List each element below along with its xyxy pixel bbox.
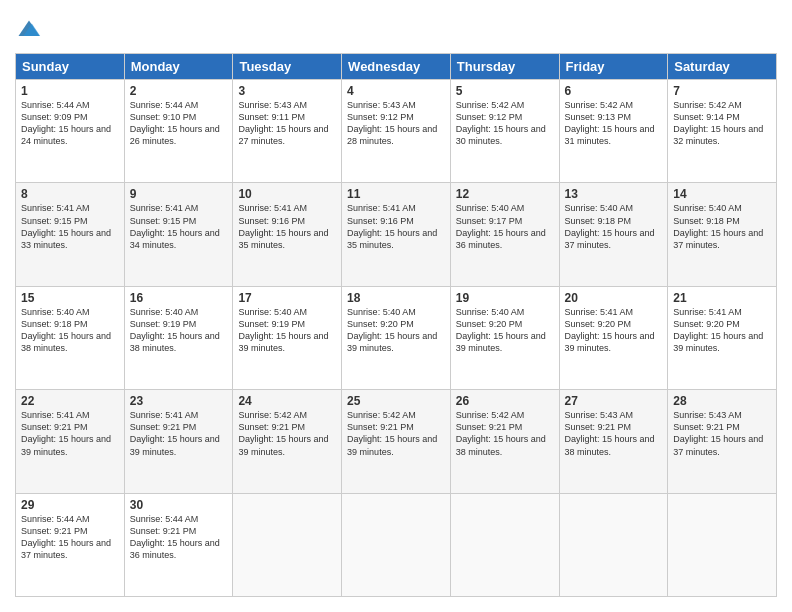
day-number: 3: [238, 84, 336, 98]
day-info: Sunrise: 5:42 AMSunset: 9:14 PMDaylight:…: [673, 100, 763, 146]
day-info: Sunrise: 5:42 AMSunset: 9:21 PMDaylight:…: [456, 410, 546, 456]
calendar-header-row: SundayMondayTuesdayWednesdayThursdayFrid…: [16, 54, 777, 80]
calendar-cell: 12 Sunrise: 5:40 AMSunset: 9:17 PMDaylig…: [450, 183, 559, 286]
calendar-cell: 11 Sunrise: 5:41 AMSunset: 9:16 PMDaylig…: [342, 183, 451, 286]
day-number: 26: [456, 394, 554, 408]
calendar-cell: 24 Sunrise: 5:42 AMSunset: 9:21 PMDaylig…: [233, 390, 342, 493]
day-info: Sunrise: 5:41 AMSunset: 9:15 PMDaylight:…: [130, 203, 220, 249]
calendar-cell: 7 Sunrise: 5:42 AMSunset: 9:14 PMDayligh…: [668, 80, 777, 183]
calendar-cell: [342, 493, 451, 596]
calendar-cell: 17 Sunrise: 5:40 AMSunset: 9:19 PMDaylig…: [233, 286, 342, 389]
calendar-cell: 5 Sunrise: 5:42 AMSunset: 9:12 PMDayligh…: [450, 80, 559, 183]
day-number: 16: [130, 291, 228, 305]
day-info: Sunrise: 5:41 AMSunset: 9:20 PMDaylight:…: [565, 307, 655, 353]
calendar-header-thursday: Thursday: [450, 54, 559, 80]
day-info: Sunrise: 5:44 AMSunset: 9:09 PMDaylight:…: [21, 100, 111, 146]
calendar-header-monday: Monday: [124, 54, 233, 80]
day-number: 24: [238, 394, 336, 408]
calendar-cell: 20 Sunrise: 5:41 AMSunset: 9:20 PMDaylig…: [559, 286, 668, 389]
calendar-cell: 6 Sunrise: 5:42 AMSunset: 9:13 PMDayligh…: [559, 80, 668, 183]
calendar-cell: 2 Sunrise: 5:44 AMSunset: 9:10 PMDayligh…: [124, 80, 233, 183]
day-number: 23: [130, 394, 228, 408]
calendar-cell: 29 Sunrise: 5:44 AMSunset: 9:21 PMDaylig…: [16, 493, 125, 596]
day-info: Sunrise: 5:42 AMSunset: 9:12 PMDaylight:…: [456, 100, 546, 146]
day-number: 19: [456, 291, 554, 305]
calendar-cell: [233, 493, 342, 596]
day-info: Sunrise: 5:44 AMSunset: 9:21 PMDaylight:…: [21, 514, 111, 560]
day-number: 7: [673, 84, 771, 98]
calendar-header-tuesday: Tuesday: [233, 54, 342, 80]
day-number: 21: [673, 291, 771, 305]
day-number: 17: [238, 291, 336, 305]
calendar-cell: 14 Sunrise: 5:40 AMSunset: 9:18 PMDaylig…: [668, 183, 777, 286]
day-info: Sunrise: 5:42 AMSunset: 9:13 PMDaylight:…: [565, 100, 655, 146]
day-info: Sunrise: 5:43 AMSunset: 9:11 PMDaylight:…: [238, 100, 328, 146]
calendar-cell: [559, 493, 668, 596]
page: SundayMondayTuesdayWednesdayThursdayFrid…: [0, 0, 792, 612]
calendar-week-4: 22 Sunrise: 5:41 AMSunset: 9:21 PMDaylig…: [16, 390, 777, 493]
day-info: Sunrise: 5:42 AMSunset: 9:21 PMDaylight:…: [238, 410, 328, 456]
day-number: 10: [238, 187, 336, 201]
calendar-cell: 4 Sunrise: 5:43 AMSunset: 9:12 PMDayligh…: [342, 80, 451, 183]
calendar-header-sunday: Sunday: [16, 54, 125, 80]
calendar-week-5: 29 Sunrise: 5:44 AMSunset: 9:21 PMDaylig…: [16, 493, 777, 596]
day-info: Sunrise: 5:43 AMSunset: 9:12 PMDaylight:…: [347, 100, 437, 146]
logo-icon: [15, 15, 43, 43]
day-info: Sunrise: 5:40 AMSunset: 9:19 PMDaylight:…: [130, 307, 220, 353]
day-number: 22: [21, 394, 119, 408]
calendar-table: SundayMondayTuesdayWednesdayThursdayFrid…: [15, 53, 777, 597]
calendar-cell: 15 Sunrise: 5:40 AMSunset: 9:18 PMDaylig…: [16, 286, 125, 389]
calendar-cell: 26 Sunrise: 5:42 AMSunset: 9:21 PMDaylig…: [450, 390, 559, 493]
day-number: 2: [130, 84, 228, 98]
calendar-cell: 28 Sunrise: 5:43 AMSunset: 9:21 PMDaylig…: [668, 390, 777, 493]
day-number: 13: [565, 187, 663, 201]
calendar-header-saturday: Saturday: [668, 54, 777, 80]
calendar-cell: 30 Sunrise: 5:44 AMSunset: 9:21 PMDaylig…: [124, 493, 233, 596]
day-info: Sunrise: 5:41 AMSunset: 9:21 PMDaylight:…: [21, 410, 111, 456]
calendar-cell: 13 Sunrise: 5:40 AMSunset: 9:18 PMDaylig…: [559, 183, 668, 286]
calendar-week-3: 15 Sunrise: 5:40 AMSunset: 9:18 PMDaylig…: [16, 286, 777, 389]
day-number: 29: [21, 498, 119, 512]
calendar-cell: 9 Sunrise: 5:41 AMSunset: 9:15 PMDayligh…: [124, 183, 233, 286]
day-number: 6: [565, 84, 663, 98]
day-info: Sunrise: 5:40 AMSunset: 9:19 PMDaylight:…: [238, 307, 328, 353]
day-info: Sunrise: 5:40 AMSunset: 9:18 PMDaylight:…: [565, 203, 655, 249]
day-number: 27: [565, 394, 663, 408]
day-info: Sunrise: 5:40 AMSunset: 9:18 PMDaylight:…: [21, 307, 111, 353]
calendar-cell: 27 Sunrise: 5:43 AMSunset: 9:21 PMDaylig…: [559, 390, 668, 493]
day-info: Sunrise: 5:44 AMSunset: 9:10 PMDaylight:…: [130, 100, 220, 146]
calendar-header-wednesday: Wednesday: [342, 54, 451, 80]
calendar-cell: 8 Sunrise: 5:41 AMSunset: 9:15 PMDayligh…: [16, 183, 125, 286]
calendar-cell: 3 Sunrise: 5:43 AMSunset: 9:11 PMDayligh…: [233, 80, 342, 183]
calendar-cell: 23 Sunrise: 5:41 AMSunset: 9:21 PMDaylig…: [124, 390, 233, 493]
day-number: 5: [456, 84, 554, 98]
day-number: 8: [21, 187, 119, 201]
day-number: 4: [347, 84, 445, 98]
calendar-cell: 21 Sunrise: 5:41 AMSunset: 9:20 PMDaylig…: [668, 286, 777, 389]
day-number: 11: [347, 187, 445, 201]
day-number: 14: [673, 187, 771, 201]
day-info: Sunrise: 5:43 AMSunset: 9:21 PMDaylight:…: [673, 410, 763, 456]
day-number: 15: [21, 291, 119, 305]
calendar-cell: [668, 493, 777, 596]
day-number: 1: [21, 84, 119, 98]
day-info: Sunrise: 5:44 AMSunset: 9:21 PMDaylight:…: [130, 514, 220, 560]
calendar-week-1: 1 Sunrise: 5:44 AMSunset: 9:09 PMDayligh…: [16, 80, 777, 183]
calendar-header-friday: Friday: [559, 54, 668, 80]
day-number: 9: [130, 187, 228, 201]
day-info: Sunrise: 5:41 AMSunset: 9:15 PMDaylight:…: [21, 203, 111, 249]
calendar-cell: [450, 493, 559, 596]
day-number: 25: [347, 394, 445, 408]
calendar-cell: 19 Sunrise: 5:40 AMSunset: 9:20 PMDaylig…: [450, 286, 559, 389]
day-info: Sunrise: 5:40 AMSunset: 9:17 PMDaylight:…: [456, 203, 546, 249]
day-info: Sunrise: 5:41 AMSunset: 9:16 PMDaylight:…: [238, 203, 328, 249]
day-info: Sunrise: 5:41 AMSunset: 9:21 PMDaylight:…: [130, 410, 220, 456]
calendar-cell: 22 Sunrise: 5:41 AMSunset: 9:21 PMDaylig…: [16, 390, 125, 493]
day-info: Sunrise: 5:41 AMSunset: 9:16 PMDaylight:…: [347, 203, 437, 249]
day-number: 28: [673, 394, 771, 408]
day-number: 20: [565, 291, 663, 305]
day-number: 12: [456, 187, 554, 201]
calendar-cell: 10 Sunrise: 5:41 AMSunset: 9:16 PMDaylig…: [233, 183, 342, 286]
calendar-week-2: 8 Sunrise: 5:41 AMSunset: 9:15 PMDayligh…: [16, 183, 777, 286]
calendar-cell: 18 Sunrise: 5:40 AMSunset: 9:20 PMDaylig…: [342, 286, 451, 389]
